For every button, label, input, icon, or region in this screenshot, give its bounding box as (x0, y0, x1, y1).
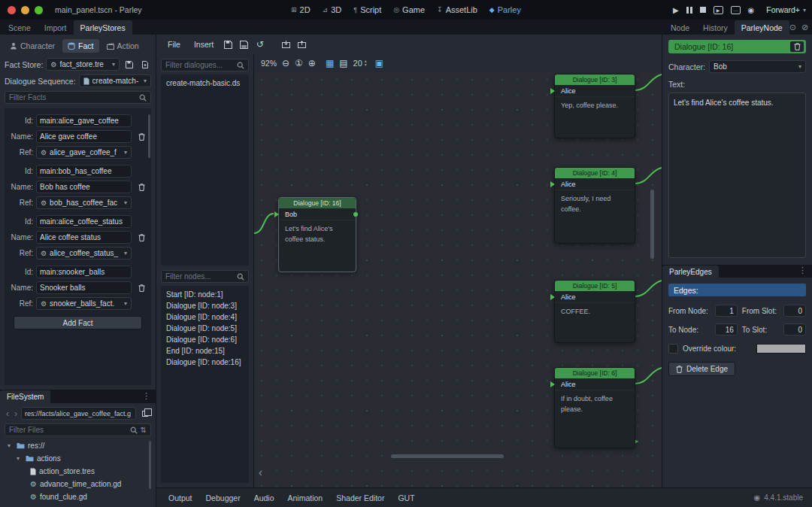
fact-name-input[interactable] (36, 181, 132, 193)
new-store-button[interactable] (138, 58, 151, 71)
bottom-panel-tab[interactable]: Debugger (200, 491, 247, 505)
fact-ref-dropdown[interactable]: ⚙snooker_balls_fact.▾ (36, 297, 132, 310)
grid-toggle-icon[interactable]: ▤ (339, 58, 347, 68)
node-list-item[interactable]: Dialogue [ID: node:4] (161, 311, 249, 323)
tree-arrow-icon[interactable]: ▾ (8, 442, 14, 449)
refresh-button[interactable]: ↺ (253, 38, 266, 51)
store-tab-action[interactable]: Action (102, 39, 144, 53)
override-colour-checkbox[interactable] (668, 344, 678, 354)
tree-item[interactable]: ▾ res:// (5, 439, 151, 452)
menu-assetlib[interactable]: ↧AssetLib (437, 5, 477, 14)
from-slot-input[interactable] (783, 305, 806, 317)
bottom-panel-tab[interactable]: Shader Editor (330, 491, 390, 505)
delete-fact-button[interactable] (135, 181, 148, 193)
pause-button[interactable] (686, 7, 692, 14)
dialogue-text-area[interactable]: Let's find Alice's coffee status. (668, 93, 806, 258)
delete-edge-button[interactable]: Delete Edge (668, 362, 735, 376)
bottom-panel-tab[interactable]: Audio (248, 491, 280, 505)
tab-node[interactable]: Node (664, 20, 696, 35)
horizontal-scrollbar[interactable] (391, 454, 504, 458)
fact-id-input[interactable] (36, 114, 132, 127)
close-window-button[interactable] (8, 6, 16, 14)
node-list-item[interactable]: End [ID: node:15] (161, 345, 249, 357)
graph-edge[interactable] (635, 281, 662, 296)
collapse-sidebar-icon[interactable]: ‹ (259, 466, 262, 478)
graph-node-dialogue-6[interactable]: Dialogue [ID: 6] Alice If in doubt, coff… (554, 367, 635, 448)
dialogue-file-item[interactable]: create-match-basic.ds (161, 77, 249, 89)
graph-node-dialogue-4[interactable]: Dialogue [ID: 4] Alice Seriously, I need… (554, 167, 635, 244)
fact-id-input[interactable] (36, 266, 132, 278)
fact-ref-dropdown[interactable]: ⚙alice_coffee_status_▾ (36, 247, 132, 260)
store-tab-character[interactable]: Character (5, 39, 60, 53)
minimize-window-button[interactable] (21, 6, 29, 14)
node-list-item[interactable]: Dialogue [ID: node:6] (161, 334, 249, 345)
tab-parleynode[interactable]: ParleyNode (735, 20, 789, 35)
tab-filesystem[interactable]: FileSystem (0, 390, 50, 403)
bottom-panel-tab[interactable]: GUT (392, 491, 420, 505)
filter-dialogues-input[interactable] (165, 61, 234, 69)
dialogue-sequence-dropdown[interactable]: create-match- ▾ (79, 74, 151, 87)
fact-name-input[interactable] (36, 281, 132, 294)
facts-scrollbar[interactable] (148, 114, 150, 158)
play-scene-button[interactable]: ▶ (714, 6, 723, 14)
menu-script[interactable]: ¶Script (353, 5, 381, 14)
node-title[interactable]: Dialogue [ID: 5] (555, 281, 635, 291)
bottom-panel-tab[interactable]: Animation (282, 491, 329, 505)
current-path-input[interactable] (21, 407, 136, 420)
focus-path-button[interactable] (138, 407, 151, 420)
fact-ref-dropdown[interactable]: ⚙alice_gave_coffee_f▾ (36, 146, 132, 159)
graph-canvas[interactable]: Dialogue [ID: 16] Bob Let's find Alice's… (254, 72, 662, 487)
menu-game[interactable]: ◎Game (393, 5, 425, 14)
save-store-button[interactable] (123, 58, 135, 71)
filter-files-input[interactable] (9, 426, 127, 434)
store-tab-fact[interactable]: Fact (62, 39, 98, 53)
input-pin-icon[interactable] (550, 181, 555, 187)
snap-step-spinbox[interactable]: 20 ▴▾ (353, 59, 367, 68)
filter-facts-input[interactable] (9, 93, 136, 102)
fact-id-input[interactable] (36, 215, 132, 228)
to-slot-input[interactable] (783, 323, 806, 335)
fact-store-dropdown[interactable]: ⚙ fact_store.tre ▾ (46, 58, 120, 71)
node-list-item[interactable]: Dialogue [ID: node:3] (161, 300, 249, 311)
override-colour-swatch[interactable] (756, 344, 806, 354)
filter-nodes-input[interactable] (165, 272, 234, 281)
input-pin-icon[interactable] (550, 88, 555, 94)
zoom-in-icon[interactable]: ⊕ (308, 58, 316, 68)
menu-3d[interactable]: ⊿3D (323, 5, 342, 14)
insert-menu[interactable]: Insert (189, 38, 219, 51)
tree-item[interactable]: action_store.tres (5, 465, 151, 478)
graph-edge[interactable] (635, 368, 662, 384)
movie-mode-button[interactable]: ◉ (748, 6, 755, 14)
snap-toggle-icon[interactable]: ▦ (326, 58, 334, 68)
fact-id-input[interactable] (36, 165, 132, 178)
tab-history[interactable]: History (696, 20, 735, 35)
node-list-item[interactable]: Dialogue [ID: node:5] (161, 323, 249, 334)
tree-scrollbar[interactable] (149, 441, 151, 489)
save-all-button[interactable] (238, 38, 250, 51)
export-button[interactable] (295, 38, 308, 51)
tree-arrow-icon[interactable]: ▾ (17, 455, 23, 462)
fact-name-input[interactable] (36, 231, 132, 244)
add-fact-button[interactable]: Add Fact (14, 316, 142, 329)
renderer-dropdown[interactable]: Forward+▾ (766, 5, 806, 14)
graph-edge[interactable] (635, 74, 662, 90)
history-back-icon[interactable]: ‹ (5, 408, 11, 419)
menu-2d[interactable]: ⊞2D (291, 5, 311, 14)
tab-import[interactable]: Import (38, 20, 74, 35)
tab-parleystores[interactable]: ParleyStores (74, 20, 132, 35)
sort-icon[interactable]: ⇅ (141, 426, 147, 434)
zoom-reset-icon[interactable]: ① (295, 58, 303, 68)
spin-down-icon[interactable]: ▾ (365, 63, 367, 67)
tab-parleyedges[interactable]: ParleyEdges (662, 266, 719, 278)
input-pin-icon[interactable] (550, 381, 555, 387)
more-icon[interactable]: ⋮ (798, 266, 807, 275)
character-dropdown[interactable]: Bob ▾ (709, 60, 806, 73)
menu-parley[interactable]: ◆Parley (489, 5, 521, 14)
play-button[interactable]: ▶ (673, 6, 679, 14)
zoom-out-icon[interactable]: ⊖ (282, 58, 289, 68)
save-button[interactable] (222, 38, 235, 51)
node-title[interactable]: Dialogue [ID: 3] (555, 74, 635, 85)
import-button[interactable] (280, 38, 292, 51)
stop-button[interactable] (700, 7, 706, 13)
node-list-item[interactable]: Start [ID: node:1] (161, 289, 249, 300)
